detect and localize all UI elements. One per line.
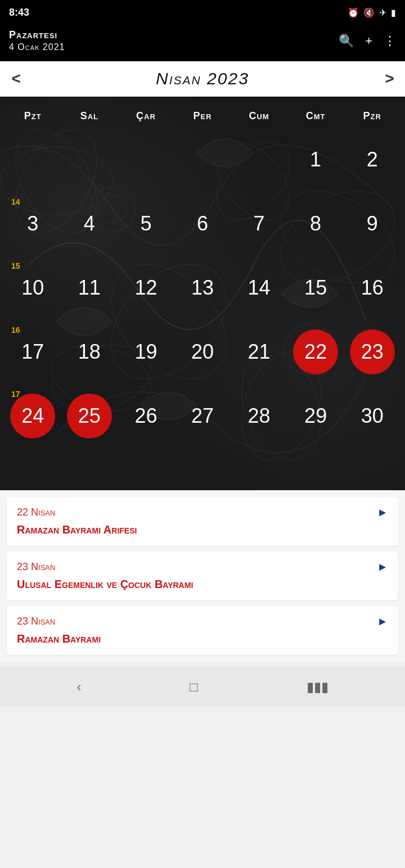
prev-month-button[interactable]: < <box>11 70 20 88</box>
month-title: Nisan 2023 <box>156 69 249 88</box>
event-title-2: Ramazan Bayramı <box>17 631 388 646</box>
calendar-wrapper: Pzt Sal Çar Per Cum Cmt Pzr 1 2 14 <box>0 97 405 490</box>
calendar-content: Pzt Sal Çar Per Cum Cmt Pzr 1 2 14 <box>0 97 405 457</box>
cal-cell-9[interactable]: 9 <box>344 193 400 255</box>
event-card-header-1: 23 Nisan ► <box>17 560 388 573</box>
status-icons: ⏰ 🔇 ✈ ▮ <box>348 7 396 18</box>
cal-cell-12[interactable]: 12 <box>118 257 174 319</box>
add-event-button[interactable]: + <box>365 34 372 48</box>
cal-cell-28[interactable]: 28 <box>231 385 287 447</box>
event-card-header-0: 22 Nisan ► <box>17 506 388 519</box>
header-full-date: 4 Ocak 2021 <box>9 42 65 52</box>
more-options-button[interactable]: ⋮ <box>384 34 396 48</box>
event-card-0[interactable]: 22 Nisan ► Ramazan Bayramı Arifesi <box>7 497 398 546</box>
cal-cell-empty <box>231 129 287 191</box>
cal-cell-2[interactable]: 2 <box>344 129 400 191</box>
event-date-1: 23 Nisan <box>17 561 55 573</box>
header-day: Pazartesi <box>9 29 65 41</box>
cal-cell-empty <box>61 129 118 191</box>
cal-cell-6[interactable]: 6 <box>174 193 231 255</box>
home-button[interactable]: □ <box>190 679 198 695</box>
cal-cell-18[interactable]: 18 <box>61 321 118 383</box>
back-button[interactable]: ‹ <box>76 679 81 695</box>
cal-cell-21[interactable]: 21 <box>231 321 287 383</box>
day-header-car: Çar <box>118 108 174 124</box>
cal-cell-14[interactable]: 14 <box>231 257 287 319</box>
cal-cell-26[interactable]: 26 <box>118 385 174 447</box>
cal-cell-25[interactable]: 25 <box>61 385 118 447</box>
cal-cell-11[interactable]: 11 <box>61 257 118 319</box>
day-headers: Pzt Sal Çar Per Cum Cmt Pzr <box>0 102 405 129</box>
event-arrow-0[interactable]: ► <box>377 506 388 519</box>
cal-cell-13[interactable]: 13 <box>174 257 231 319</box>
event-card-2[interactable]: 23 Nisan ► Ramazan Bayramı <box>7 606 398 655</box>
cal-cell-5[interactable]: 5 <box>118 193 174 255</box>
header-actions: 🔍 + ⋮ <box>339 34 396 48</box>
month-nav: < Nisan 2023 > <box>0 61 405 97</box>
calendar-grid: 1 2 14 3 4 5 6 7 8 <box>0 129 405 451</box>
cal-cell-17[interactable]: 16 17 <box>4 321 61 383</box>
header-date-block: Pazartesi 4 Ocak 2021 <box>9 29 65 52</box>
cal-cell-empty <box>174 129 231 191</box>
cal-cell-8[interactable]: 8 <box>287 193 344 255</box>
event-card-header-2: 23 Nisan ► <box>17 615 388 628</box>
day-header-per: Per <box>174 108 231 124</box>
cal-cell-3[interactable]: 14 3 <box>4 193 61 255</box>
status-time: 8:43 <box>9 7 29 19</box>
status-bar: 8:43 ⏰ 🔇 ✈ ▮ <box>0 0 405 25</box>
app-header: Pazartesi 4 Ocak 2021 🔍 + ⋮ <box>0 25 405 61</box>
event-arrow-2[interactable]: ► <box>377 615 388 628</box>
battery-icon: ▮ <box>391 7 396 18</box>
cal-cell-1[interactable]: 1 <box>287 129 344 191</box>
event-date-0: 22 Nisan <box>17 507 55 518</box>
day-header-pzr: Pzr <box>344 108 400 124</box>
cal-cell-4[interactable]: 4 <box>61 193 118 255</box>
search-button[interactable]: 🔍 <box>339 34 354 48</box>
cal-cell-10[interactable]: 15 10 <box>4 257 61 319</box>
cal-cell-15[interactable]: 15 <box>287 257 344 319</box>
mute-icon: 🔇 <box>363 7 375 18</box>
day-header-cmt: Cmt <box>287 108 344 124</box>
cal-cell-19[interactable]: 19 <box>118 321 174 383</box>
next-month-button[interactable]: > <box>385 70 394 88</box>
cal-cell-empty <box>118 129 174 191</box>
day-header-cum: Cum <box>231 108 287 124</box>
event-title-1: Ulusal Egemenlik ve Çocuk Bayramı <box>17 577 388 591</box>
recent-apps-button[interactable]: ▮▮▮ <box>307 679 328 695</box>
cal-cell-7[interactable]: 7 <box>231 193 287 255</box>
day-header-pzt: Pzt <box>4 108 61 124</box>
airplane-icon: ✈ <box>379 7 386 18</box>
cal-cell-23[interactable]: 23 <box>344 321 400 383</box>
event-arrow-1[interactable]: ► <box>377 560 388 573</box>
alarm-icon: ⏰ <box>348 7 359 18</box>
event-title-0: Ramazan Bayramı Arifesi <box>17 522 388 537</box>
cal-cell-30[interactable]: 30 <box>344 385 400 447</box>
cal-cell-22[interactable]: 22 <box>287 321 344 383</box>
cal-cell-16[interactable]: 16 <box>344 257 400 319</box>
cal-cell-20[interactable]: 20 <box>174 321 231 383</box>
event-date-2: 23 Nisan <box>17 616 55 627</box>
cal-cell-empty <box>4 129 61 191</box>
cal-cell-24[interactable]: 17 24 <box>4 385 61 447</box>
events-section: 22 Nisan ► Ramazan Bayramı Arifesi 23 Ni… <box>0 490 405 662</box>
bottom-nav: ‹ □ ▮▮▮ <box>0 667 405 707</box>
day-header-sal: Sal <box>61 108 118 124</box>
event-card-1[interactable]: 23 Nisan ► Ulusal Egemenlik ve Çocuk Bay… <box>7 551 398 600</box>
cal-cell-29[interactable]: 29 <box>287 385 344 447</box>
cal-cell-27[interactable]: 27 <box>174 385 231 447</box>
